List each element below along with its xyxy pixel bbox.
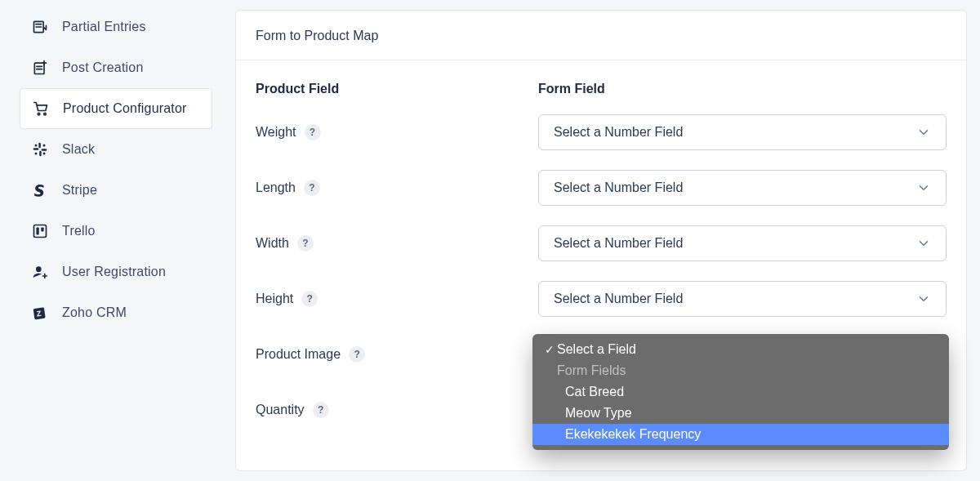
dropdown-option-cat-breed[interactable]: Cat Breed bbox=[532, 381, 949, 403]
product-field-label: Quantity bbox=[256, 403, 305, 417]
form-field-select-length[interactable]: Select a Number Field bbox=[538, 170, 947, 206]
select-value: Select a Number Field bbox=[554, 292, 683, 306]
svg-rect-3 bbox=[34, 63, 44, 73]
main-content: Form to Product Map Product Field Form F… bbox=[222, 0, 980, 481]
svg-rect-20 bbox=[41, 227, 43, 231]
sidebar-item-zoho-crm[interactable]: Z Zoho CRM bbox=[20, 292, 212, 333]
form-field-select-weight[interactable]: Select a Number Field bbox=[538, 114, 947, 150]
user-registration-icon bbox=[31, 263, 49, 281]
svg-rect-13 bbox=[42, 149, 47, 151]
dropdown-option-ekekekekek-frequency[interactable]: Ekekekekek Frequency bbox=[532, 424, 949, 445]
product-field-label: Length bbox=[256, 180, 296, 195]
dropdown-option-select-a-field[interactable]: ✓ Select a Field bbox=[532, 339, 949, 360]
svg-point-8 bbox=[38, 113, 40, 115]
svg-point-15 bbox=[43, 145, 46, 147]
sidebar-item-label: Product Configurator bbox=[63, 101, 200, 116]
svg-rect-11 bbox=[33, 148, 39, 150]
sidebar-item-label: Trello bbox=[62, 224, 201, 238]
sidebar-item-label: Partial Entries bbox=[62, 20, 201, 34]
trello-icon bbox=[31, 222, 49, 240]
sidebar: Partial Entries Post Creation bbox=[0, 0, 222, 481]
svg-rect-12 bbox=[39, 151, 42, 157]
sidebar-item-label: Zoho CRM bbox=[62, 305, 201, 320]
dropdown-option-label: Select a Field bbox=[557, 342, 636, 357]
product-field-label: Weight bbox=[256, 125, 296, 140]
chevron-down-icon bbox=[916, 125, 931, 140]
select-value: Select a Number Field bbox=[554, 180, 683, 195]
sidebar-item-slack[interactable]: Slack bbox=[20, 129, 212, 170]
slack-icon bbox=[31, 140, 49, 158]
product-field-label: Width bbox=[256, 236, 289, 251]
sidebar-item-partial-entries[interactable]: Partial Entries bbox=[20, 7, 212, 47]
form-field-select-width[interactable]: Select a Number Field bbox=[538, 225, 947, 261]
zoho-icon: Z bbox=[31, 304, 49, 322]
dropdown-option-label: Ekekekekek Frequency bbox=[565, 427, 701, 442]
svg-point-21 bbox=[36, 266, 42, 272]
sidebar-item-trello[interactable]: Trello bbox=[20, 211, 212, 252]
product-field-label: Product Image bbox=[256, 347, 341, 362]
sidebar-item-label: Stripe bbox=[62, 183, 201, 198]
dropdown-group-form-fields: Form Fields bbox=[532, 360, 949, 381]
dropdown-option-label: Meow Type bbox=[565, 406, 632, 421]
cart-icon bbox=[32, 100, 50, 118]
help-icon[interactable]: ? bbox=[304, 180, 320, 196]
chevron-down-icon bbox=[916, 180, 931, 195]
dropdown-option-label: Cat Breed bbox=[565, 385, 624, 399]
dropdown-group-label: Form Fields bbox=[557, 363, 626, 378]
help-icon[interactable]: ? bbox=[301, 291, 318, 307]
sidebar-item-product-configurator[interactable]: Product Configurator bbox=[20, 88, 212, 129]
sidebar-item-label: Post Creation bbox=[62, 60, 201, 75]
partial-entries-icon bbox=[31, 18, 49, 36]
help-icon[interactable]: ? bbox=[305, 124, 321, 140]
help-icon[interactable]: ? bbox=[297, 235, 314, 252]
form-field-select-product-image[interactable]: Select a Field ✓ Select a Field bbox=[538, 336, 947, 372]
chevron-down-icon bbox=[916, 292, 931, 306]
chevron-down-icon bbox=[916, 236, 931, 251]
checkmark-icon: ✓ bbox=[542, 343, 557, 356]
svg-point-16 bbox=[35, 153, 38, 155]
product-field-label: Height bbox=[256, 292, 293, 306]
column-header-form-field: Form Field bbox=[538, 82, 947, 96]
sidebar-item-post-creation[interactable]: Post Creation bbox=[20, 47, 212, 88]
sidebar-item-label: User Registration bbox=[62, 265, 201, 279]
select-value: Select a Number Field bbox=[554, 125, 683, 140]
stripe-icon bbox=[31, 181, 49, 199]
sidebar-item-user-registration[interactable]: User Registration bbox=[20, 252, 212, 292]
form-field-dropdown[interactable]: ✓ Select a Field Form Fields Cat Breed bbox=[532, 334, 949, 450]
form-field-select-height[interactable]: Select a Number Field bbox=[538, 281, 947, 317]
svg-point-14 bbox=[35, 145, 38, 147]
svg-point-9 bbox=[44, 113, 47, 115]
svg-rect-19 bbox=[36, 227, 38, 234]
help-icon[interactable]: ? bbox=[349, 346, 365, 363]
sidebar-item-label: Slack bbox=[62, 142, 201, 157]
column-header-product-field: Product Field bbox=[256, 82, 525, 96]
svg-point-17 bbox=[43, 153, 46, 155]
dropdown-option-meow-type[interactable]: Meow Type bbox=[532, 403, 949, 424]
help-icon[interactable]: ? bbox=[313, 402, 329, 418]
panel-title: Form to Product Map bbox=[236, 11, 966, 60]
select-value: Select a Number Field bbox=[554, 236, 683, 251]
sidebar-item-stripe[interactable]: Stripe bbox=[20, 170, 212, 211]
svg-rect-18 bbox=[34, 225, 47, 238]
form-to-product-map-panel: Form to Product Map Product Field Form F… bbox=[235, 10, 967, 471]
svg-rect-10 bbox=[38, 143, 41, 149]
post-creation-icon bbox=[31, 59, 49, 77]
